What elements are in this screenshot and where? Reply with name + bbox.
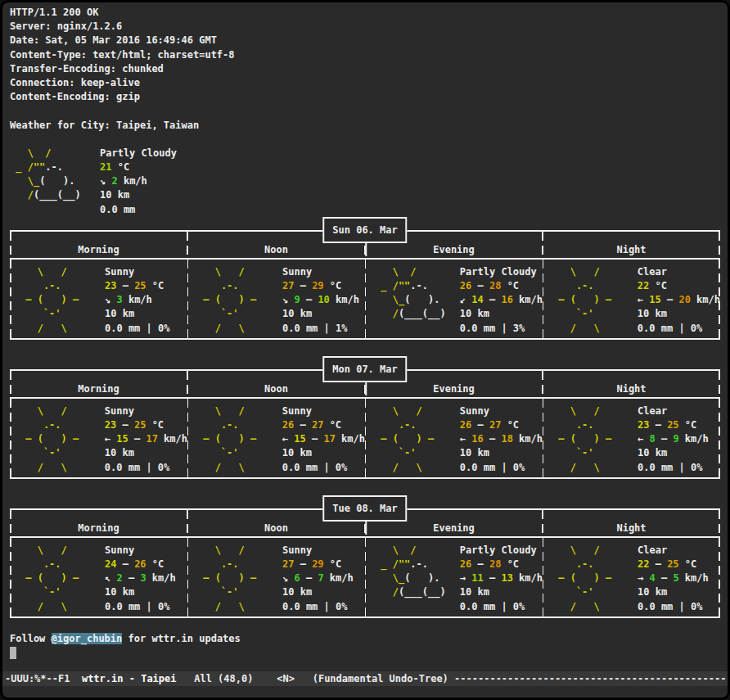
modeline-flags: -UUU:%*--F1 bbox=[5, 673, 82, 684]
condition-label: Sunny bbox=[105, 404, 187, 418]
condition-label: Sunny bbox=[282, 404, 365, 418]
http-header-line: Content-Encoding: gzip bbox=[10, 90, 720, 104]
visibility: 10 km bbox=[105, 585, 187, 599]
forecast-cell-text: Sunny23 – 25 °C↘ 3 km/h10 km0.0 mm | 0% bbox=[105, 265, 187, 340]
wind-speed: ← 15 – 17 km/h bbox=[282, 432, 365, 446]
temperature-range: 24 – 26 °C bbox=[105, 558, 187, 571]
forecast-cell-text: Partly Cloudy26 – 28 °C→ 11 – 13 km/h10 … bbox=[460, 544, 543, 618]
visibility: 10 km bbox=[638, 307, 720, 321]
footer-text: for wttr.in updates bbox=[122, 633, 241, 644]
wind-speed: ← 15 – 20 km/h bbox=[638, 293, 720, 307]
temperature-range: 26 – 28 °C bbox=[460, 279, 543, 293]
blank-line bbox=[10, 618, 720, 632]
forecast-cell-row: \ / .-. – ( ) – `-' / \Sunny23 – 25 °C↘ … bbox=[10, 260, 720, 340]
sunny-ascii-icon: \ / .-. – ( ) – `-' / \ bbox=[187, 265, 282, 340]
terminal-window: HTTP/1.1 200 OKServer: nginx/1.2.6Date: … bbox=[2, 2, 728, 698]
precipitation: 0.0 mm | 0% bbox=[638, 322, 720, 336]
twitter-handle-link[interactable]: @igor_chubin bbox=[52, 633, 123, 644]
wind-speed: ↘ 3 km/h bbox=[105, 293, 187, 307]
forecast-cell-text: Sunny27 – 29 °C↘ 9 – 10 km/h10 km0.0 mm … bbox=[282, 265, 365, 340]
footer-text: Follow bbox=[10, 633, 52, 644]
wind-speed: ↘ 6 – 7 km/h bbox=[282, 571, 365, 585]
terminal-cursor[interactable] bbox=[10, 647, 16, 659]
date-label: Tue 08. Mar bbox=[332, 503, 397, 514]
forecast-cell-text: Sunny23 – 25 °C← 15 – 17 km/h10 km0.0 mm… bbox=[105, 404, 187, 479]
temperature-range: 26 – 27 °C bbox=[460, 418, 543, 432]
partly-cloudy-ascii-icon: \ / _ /"".-. \_( ). /(___(__) bbox=[365, 265, 460, 340]
precipitation: 0.0 mm | 0% bbox=[638, 600, 720, 614]
forecast-cell-evening: \ / _ /"".-. \_( ). /(___(__) Partly Clo… bbox=[365, 538, 543, 618]
forecast-cell-text: Clear22 °C← 15 – 20 km/h10 km0.0 mm | 0% bbox=[638, 265, 720, 340]
http-header-line: Connection: keep-alive bbox=[10, 76, 720, 90]
http-header-line: Date: Sat, 05 Mar 2016 16:49:46 GMT bbox=[10, 34, 720, 47]
temperature-range: 26 – 27 °C bbox=[282, 418, 365, 432]
temperature-range: 27 – 29 °C bbox=[282, 279, 365, 293]
condition-label: Clear bbox=[638, 404, 720, 418]
period-header-night: Night bbox=[543, 371, 720, 397]
blank-line bbox=[10, 104, 720, 118]
forecast-cell-row: \ / .-. – ( ) – `-' / \Sunny24 – 26 °C↖ … bbox=[10, 538, 720, 618]
period-header-morning: Morning bbox=[10, 371, 187, 397]
precipitation: 0.0 mm | 0% bbox=[105, 322, 187, 336]
precipitation: 0.0 mm | 0% bbox=[460, 600, 543, 614]
precipitation: 0.0 mm | 0% bbox=[460, 461, 543, 475]
precipitation: 0.0 mm | 0% bbox=[282, 600, 365, 614]
condition-label: Clear bbox=[638, 544, 720, 558]
date-label: Sun 06. Mar bbox=[332, 224, 397, 236]
sunny-ascii-icon: \ / .-. – ( ) – `-' / \ bbox=[365, 404, 460, 479]
forecast-cell-morning: \ / .-. – ( ) – `-' / \Sunny24 – 26 °C↖ … bbox=[10, 538, 187, 618]
condition-label: Sunny bbox=[105, 544, 187, 558]
http-header-line: Content-Type: text/html; charset=utf-8 bbox=[10, 48, 720, 62]
condition-label: Partly Cloudy bbox=[460, 265, 543, 279]
sunny-ascii-icon: \ / .-. – ( ) – `-' / \ bbox=[543, 544, 638, 618]
date-box: Mon 07. Mar bbox=[322, 356, 407, 382]
condition-label: Sunny bbox=[282, 265, 365, 279]
condition-label: Sunny bbox=[282, 544, 365, 558]
terminal-buffer: HTTP/1.1 200 OKServer: nginx/1.2.6Date: … bbox=[2, 2, 728, 671]
forecast-cell-row: \ / .-. – ( ) – `-' / \Sunny23 – 25 °C← … bbox=[10, 399, 720, 479]
precipitation: 0.0 mm | 0% bbox=[105, 600, 187, 614]
sunny-ascii-icon: \ / .-. – ( ) – `-' / \ bbox=[187, 404, 282, 479]
current-conditions-text: Partly Cloudy21 °C↘ 2 km/h10 km0.0 mm bbox=[100, 147, 177, 217]
wind-speed: ← 16 – 18 km/h bbox=[460, 432, 543, 446]
forecast-cell-morning: \ / .-. – ( ) – `-' / \Sunny23 – 25 °C← … bbox=[10, 399, 187, 479]
sunny-ascii-icon: \ / .-. – ( ) – `-' / \ bbox=[187, 544, 282, 618]
forecast-day-table: MorningNoonEveningNight \ / .-. – ( ) – … bbox=[10, 356, 720, 479]
footer-line: Follow @igor_chubin for wttr.in updates bbox=[10, 632, 720, 646]
wind-speed: ↘ 9 – 10 km/h bbox=[282, 293, 365, 307]
terminal-window-frame: HTTP/1.1 200 OKServer: nginx/1.2.6Date: … bbox=[0, 0, 730, 700]
visibility: 10 km bbox=[638, 446, 720, 460]
precipitation: 0.0 mm | 0% bbox=[638, 461, 720, 475]
period-header-night: Night bbox=[543, 510, 720, 536]
temperature-range: 27 – 29 °C bbox=[282, 558, 365, 571]
wind-speed: ↘ 2 km/h bbox=[100, 174, 177, 188]
precipitation: 0.0 mm | 1% bbox=[282, 322, 365, 336]
forecast-cell-text: Sunny24 – 26 °C↖ 2 – 3 km/h10 km0.0 mm |… bbox=[105, 544, 187, 618]
sunny-ascii-icon: \ / .-. – ( ) – `-' / \ bbox=[543, 265, 638, 340]
visibility: 10 km bbox=[282, 446, 365, 460]
forecast-cell-text: Sunny26 – 27 °C← 15 – 17 km/h10 km0.0 mm… bbox=[282, 404, 365, 479]
precipitation: 0.0 mm bbox=[100, 203, 177, 217]
http-header-line: Transfer-Encoding: chunked bbox=[10, 62, 720, 76]
blank-line bbox=[10, 133, 720, 147]
temperature-range: 26 – 28 °C bbox=[460, 558, 543, 571]
wind-speed: → 11 – 13 km/h bbox=[460, 571, 543, 585]
forecast-cell-evening: \ / _ /"".-. \_( ). /(___(__) Partly Clo… bbox=[365, 260, 543, 340]
period-header-morning: Morning bbox=[10, 232, 187, 258]
forecast-day-table: MorningNoonEveningNight \ / .-. – ( ) – … bbox=[10, 495, 720, 618]
forecast-cell-noon: \ / .-. – ( ) – `-' / \Sunny26 – 27 °C← … bbox=[187, 399, 365, 479]
http-response-headers: HTTP/1.1 200 OKServer: nginx/1.2.6Date: … bbox=[10, 6, 720, 104]
forecast-cell-noon: \ / .-. – ( ) – `-' / \Sunny27 – 29 °C↘ … bbox=[187, 538, 365, 618]
partly-cloudy-ascii-icon: \ / _ /"".-. \_( ). /(___(__) bbox=[10, 147, 100, 217]
forecast-cell-text: Partly Cloudy26 – 28 °C↙ 14 – 16 km/h10 … bbox=[460, 265, 543, 340]
three-day-forecast: MorningNoonEveningNight \ / .-. – ( ) – … bbox=[10, 217, 720, 618]
http-header-line: Server: nginx/1.2.6 bbox=[10, 20, 720, 34]
visibility: 10 km bbox=[105, 307, 187, 321]
emacs-mode-line: -UUU:%*--F1 wttr.in - Taipei All (48,0) … bbox=[2, 671, 728, 686]
wind-speed: ← 15 – 17 km/h bbox=[105, 432, 187, 446]
condition-label: Partly Cloudy bbox=[460, 544, 543, 558]
echo-area bbox=[2, 686, 728, 698]
forecast-cell-morning: \ / .-. – ( ) – `-' / \Sunny23 – 25 °C↘ … bbox=[10, 260, 187, 340]
date-box: Tue 08. Mar bbox=[322, 495, 407, 522]
forecast-cell-night: \ / .-. – ( ) – `-' / \Clear22 – 25 °C→ … bbox=[543, 538, 720, 618]
